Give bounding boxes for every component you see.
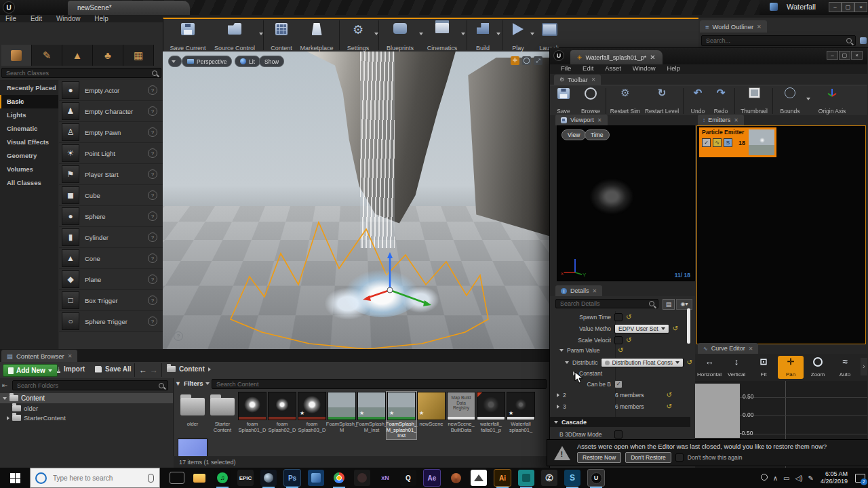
close-icon[interactable]: ✕ [749, 346, 753, 352]
close-icon[interactable]: × [851, 51, 863, 60]
category-all-classes[interactable]: All Classes [0, 176, 58, 190]
chrome-icon[interactable] [331, 470, 347, 486]
curve-fit-button[interactable]: ⊡Fit [751, 356, 776, 379]
mode-place-icon[interactable] [1, 45, 32, 66]
expanded-arrow-icon[interactable] [3, 397, 7, 400]
row-param-value[interactable]: Param Value↺ [559, 347, 690, 354]
after-effects-icon[interactable]: Ae [423, 469, 441, 487]
curve-horizontal-button[interactable]: ↔Horizontal [696, 356, 722, 379]
spotify-icon[interactable]: ♫ [214, 470, 231, 486]
level-viewport[interactable]: Perspective Lit Show ✛ ◯ ⤢ ? [163, 52, 549, 349]
asset-starter-content[interactable]: Starter Content [208, 392, 237, 433]
question-icon[interactable]: ? [148, 253, 157, 263]
search-details-input[interactable] [555, 299, 658, 308]
minimize-icon[interactable]: – [827, 51, 838, 60]
row-constant[interactable]: Constant [573, 370, 688, 377]
marketplace-button[interactable]: Marketplace [297, 22, 336, 53]
tray-volume-icon[interactable]: ◁) [795, 474, 803, 482]
steam-icon[interactable] [260, 470, 277, 486]
time-menu-button[interactable]: Time [585, 129, 610, 140]
mode-foliage-icon[interactable]: ♣ [93, 45, 123, 66]
maximize-icon[interactable]: ▢ [839, 51, 850, 60]
cascade-preview-viewport[interactable]: View Time x Y 11/ 18 [557, 125, 695, 281]
epic-games-icon[interactable]: EPIC [237, 470, 254, 486]
asset-waterfall-splash01-p[interactable]: ★Waterfall splash01_ [506, 392, 536, 433]
category-recently-placed[interactable]: Recently Placed [0, 81, 58, 95]
lit-button[interactable]: Lit [235, 56, 260, 67]
collapsed-arrow-icon[interactable] [557, 405, 559, 409]
quixel-icon[interactable]: Q [400, 470, 416, 486]
thumbnail-button[interactable]: Thumbnail [738, 87, 770, 115]
search-content-input[interactable] [212, 379, 547, 389]
emitter-enabled-checkbox[interactable]: ✓ [702, 138, 711, 147]
asset-foamsplash-m[interactable]: FoamSplash_ M [327, 392, 357, 433]
checkbox-icon[interactable] [614, 430, 623, 439]
class-box-trigger[interactable]: □Box Trigger? [59, 290, 163, 311]
class-empty-actor[interactable]: ●Empty Actor? [59, 80, 163, 101]
question-icon[interactable]: ? [148, 274, 157, 284]
class-sphere-trigger[interactable]: ○Sphere Trigger? [59, 311, 163, 332]
origin-axis-button[interactable]: Origin Axis [814, 87, 850, 115]
world-outliner-search[interactable] [701, 35, 856, 46]
content-button[interactable]: Content [267, 22, 296, 53]
build-button[interactable]: Build [471, 22, 495, 53]
asset-foamsplash01-d[interactable]: foam Splash01_D [237, 392, 267, 433]
distribution-dropdown[interactable]: Distribution Float Constar [601, 358, 684, 367]
category-geometry[interactable]: Geometry [0, 149, 58, 163]
expanded-arrow-icon[interactable] [559, 349, 564, 352]
reset-icon[interactable]: ↺ [618, 347, 623, 354]
row-distribution[interactable]: DistributioDistribution Float Constar↺ [565, 358, 692, 367]
curve-pan-button[interactable]: ✛Pan [778, 356, 804, 379]
source-control-button[interactable]: Source Control [212, 22, 258, 53]
add-new-button[interactable]: Add New [3, 364, 58, 377]
close-icon[interactable]: ✕ [650, 54, 655, 61]
tray-network-icon[interactable]: ▭ [783, 474, 789, 482]
coat-icon[interactable] [518, 470, 534, 486]
forward-icon[interactable]: → [150, 365, 158, 375]
save-all-button[interactable]: Save All [95, 365, 132, 373]
category-lights[interactable]: Lights [0, 108, 58, 122]
dropdown-arrow-icon[interactable] [806, 98, 810, 100]
dont-restore-button[interactable]: Don't Restore [625, 452, 671, 463]
cascade-asset-tab[interactable]: ✳ Waterfall_splash01_p* ✕ [570, 50, 663, 64]
curve-tool-overflow[interactable]: › [861, 358, 867, 375]
close-icon[interactable]: ✕ [757, 24, 762, 30]
question-icon[interactable]: ? [148, 296, 157, 305]
checkbox-icon[interactable] [614, 336, 623, 344]
xnormal-icon[interactable]: xN [377, 470, 393, 486]
row-index-2[interactable]: 26 members↺ [557, 392, 690, 399]
close-icon[interactable]: ✕ [593, 288, 597, 294]
emitters-panel[interactable]: Particle Emitter ✓ ∿ S 18 [696, 125, 866, 344]
class-player-start[interactable]: ⚑Player Start? [59, 164, 163, 185]
close-icon[interactable]: ✕ [597, 117, 602, 123]
viewport-maximize-icon[interactable]: ⤢ [534, 56, 542, 65]
question-icon[interactable]: ? [148, 85, 157, 95]
content-browser-tab[interactable]: ▤Content Browser✕ [1, 350, 77, 362]
curve-vertical-button[interactable]: ↕Vertical [724, 356, 749, 379]
category-volumes[interactable]: Volumes [0, 163, 58, 176]
viewport-pan-icon[interactable]: ✛ [511, 56, 519, 65]
reset-icon[interactable]: ↺ [626, 337, 631, 344]
taskbar-search-input[interactable] [52, 474, 148, 483]
dropdown-arrow-icon[interactable] [461, 33, 465, 35]
expanded-arrow-icon[interactable] [565, 361, 569, 364]
asset-normal-map-thumbnail[interactable] [178, 439, 208, 456]
row-index-3[interactable]: 36 members↺ [557, 403, 690, 410]
file-explorer-icon[interactable] [191, 470, 208, 486]
maximize-icon[interactable]: ▢ [842, 2, 854, 12]
taskbar-search[interactable] [30, 468, 160, 488]
menu-window[interactable]: Window [633, 64, 656, 72]
reset-icon[interactable]: ↺ [626, 314, 631, 321]
dont-show-checkbox[interactable] [675, 453, 684, 462]
class-plane[interactable]: ◆Plane? [59, 269, 163, 290]
tree-item-older[interactable]: older [12, 405, 38, 412]
collapsed-arrow-icon[interactable] [573, 371, 576, 375]
reset-icon[interactable]: ↺ [673, 325, 678, 332]
category-cascade-header[interactable]: Cascade [550, 417, 690, 427]
blue-app-icon[interactable] [308, 470, 324, 486]
emitter-burst-icon[interactable]: ∿ [713, 138, 722, 147]
class-cube[interactable]: ◼Cube? [59, 185, 163, 206]
curve-track-list[interactable] [695, 384, 740, 438]
menu-file[interactable]: File [5, 15, 16, 22]
list-view-icon[interactable]: ▤ [663, 299, 675, 310]
